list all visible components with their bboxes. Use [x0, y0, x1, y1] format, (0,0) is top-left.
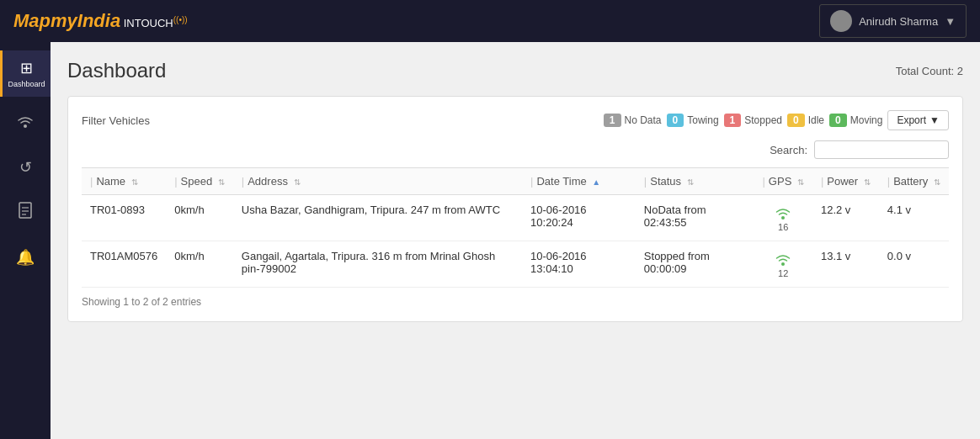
stopped-count: 1: [724, 114, 742, 127]
page-header: Dashboard Total Count: 2: [67, 59, 963, 82]
cell-power: 12.2 v: [812, 195, 879, 241]
sidebar-item-label: Dashboard: [8, 80, 45, 88]
col-gps[interactable]: |GPS ⇅: [754, 168, 812, 195]
moving-label: Moving: [850, 114, 883, 126]
towing-count: 0: [667, 114, 684, 127]
gps-count: 16: [778, 222, 788, 232]
cell-gps: 12: [754, 241, 812, 288]
sidebar-item-reports[interactable]: [0, 193, 51, 231]
badge-stopped[interactable]: 1 Stopped: [724, 114, 782, 127]
export-button[interactable]: Export ▼: [887, 110, 949, 130]
cell-gps: 16: [754, 195, 812, 241]
idle-label: Idle: [808, 114, 824, 126]
moving-count: 0: [829, 114, 847, 127]
nodata-label: No Data: [625, 114, 662, 126]
header: MapmyIndia INTOUCH((•)) Anirudh Sharma ▼: [0, 0, 980, 42]
chevron-down-icon: ▼: [945, 15, 956, 28]
sidebar-item-tracking[interactable]: [0, 105, 51, 141]
table-row[interactable]: TR01-0893 0km/h Usha Bazar, Gandhigram, …: [82, 195, 949, 241]
col-power[interactable]: |Power ⇅: [812, 168, 879, 195]
table-body: TR01-0893 0km/h Usha Bazar, Gandhigram, …: [82, 195, 949, 288]
gps-cell: 16: [762, 204, 803, 232]
search-label: Search:: [770, 144, 807, 156]
showing-text: Showing 1 to 2 of 2 entries: [82, 296, 949, 308]
col-battery[interactable]: |Battery ⇅: [879, 168, 949, 195]
badge-towing[interactable]: 0 Towing: [667, 114, 719, 127]
idle-count: 0: [787, 114, 805, 127]
sidebar-item-alerts[interactable]: 🔔: [0, 240, 51, 275]
cell-status: NoData from 02:43:55: [636, 195, 754, 241]
main-layout: ⊞ Dashboard ↺: [0, 42, 980, 439]
cell-battery: 4.1 v: [879, 195, 949, 241]
signal-icon: [17, 114, 34, 133]
table-row[interactable]: TR01AM0576 0km/h Gangail, Agartala, Trip…: [82, 241, 949, 288]
cell-address: Usha Bazar, Gandhigram, Tripura. 247 m f…: [233, 195, 522, 241]
user-menu[interactable]: Anirudh Sharma ▼: [819, 4, 967, 38]
history-icon: ↺: [19, 158, 32, 177]
cell-status: Stopped from 00:00:09: [636, 241, 754, 288]
filter-bar: Filter Vehicles 1 No Data 0 Towing 1: [82, 110, 949, 130]
gps-cell: 12: [762, 250, 803, 278]
col-status[interactable]: |Status ⇅: [636, 168, 754, 195]
col-name[interactable]: |Name ⇅: [82, 168, 166, 195]
stopped-label: Stopped: [744, 114, 782, 126]
badge-idle[interactable]: 0 Idle: [787, 114, 824, 127]
logo: MapmyIndia INTOUCH((•)): [13, 10, 188, 32]
wifi-icon: [775, 204, 791, 220]
reports-icon: [18, 202, 33, 223]
export-label: Export: [897, 114, 926, 126]
badge-nodata[interactable]: 1 No Data: [604, 114, 662, 127]
cell-name: TR01AM0576: [82, 241, 166, 288]
nodata-count: 1: [604, 114, 621, 127]
cell-speed: 0km/h: [166, 241, 233, 288]
user-name: Anirudh Sharma: [859, 15, 938, 28]
dashboard-icon: ⊞: [20, 59, 33, 77]
cell-speed: 0km/h: [166, 195, 233, 241]
col-address[interactable]: |Address ⇅: [233, 168, 522, 195]
avatar: [830, 10, 852, 32]
towing-label: Towing: [687, 114, 718, 126]
filter-label: Filter Vehicles: [82, 114, 150, 127]
cell-datetime: 10-06-2016 13:04:10: [522, 241, 636, 288]
badge-moving[interactable]: 0 Moving: [829, 114, 882, 127]
svg-point-6: [781, 262, 785, 266]
search-bar: Search:: [82, 140, 949, 159]
cell-power: 13.1 v: [812, 241, 879, 288]
content-area: Dashboard Total Count: 2 Filter Vehicles…: [51, 42, 980, 439]
cell-battery: 0.0 v: [879, 241, 949, 288]
col-datetime[interactable]: |Date Time ▲: [522, 168, 636, 195]
svg-point-0: [24, 124, 27, 128]
gps-count: 12: [778, 268, 788, 278]
bell-icon: 🔔: [16, 248, 35, 267]
data-table: |Name ⇅ |Speed ⇅ |Address ⇅ |Date Time ▲…: [82, 167, 949, 288]
dashboard-panel: Filter Vehicles 1 No Data 0 Towing 1: [67, 96, 963, 322]
wifi-icon: [775, 250, 791, 267]
sidebar-item-dashboard[interactable]: ⊞ Dashboard: [0, 50, 51, 97]
cell-name: TR01-0893: [82, 195, 166, 241]
cell-datetime: 10-06-2016 10:20:24: [522, 195, 636, 241]
status-badges: 1 No Data 0 Towing 1 Stopped: [604, 110, 949, 130]
sidebar-item-history[interactable]: ↺: [0, 150, 51, 185]
svg-point-5: [781, 216, 785, 220]
sidebar: ⊞ Dashboard ↺: [0, 42, 51, 439]
svg-rect-1: [19, 203, 31, 218]
col-speed[interactable]: |Speed ⇅: [166, 168, 233, 195]
search-input[interactable]: [814, 140, 949, 159]
chevron-down-icon: ▼: [929, 114, 940, 126]
table-header: |Name ⇅ |Speed ⇅ |Address ⇅ |Date Time ▲…: [82, 168, 949, 195]
page-title: Dashboard: [67, 59, 166, 82]
total-count: Total Count: 2: [896, 65, 963, 77]
cell-address: Gangail, Agartala, Tripura. 316 m from M…: [233, 241, 522, 288]
